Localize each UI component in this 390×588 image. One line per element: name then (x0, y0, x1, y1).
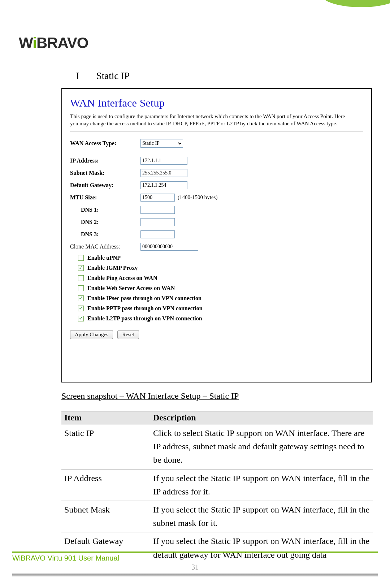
header-ornament (238, 0, 390, 11)
checkbox[interactable] (78, 275, 84, 281)
dns2-input[interactable] (140, 218, 175, 226)
description-cell: If you select the Static IP support on W… (150, 469, 373, 501)
checkbox-row: Enable uPNP (70, 253, 363, 263)
checkbox[interactable] (78, 285, 84, 291)
checkbox-row: ✓Enable IGMP Proxy (70, 263, 363, 273)
checkbox-row: ✓Enable L2TP pass through on VPN connect… (70, 314, 363, 324)
checkbox-label: Enable Ping Access on WAN (87, 275, 157, 281)
panel-description: This page is used to configure the param… (70, 113, 352, 127)
page-number: 31 (12, 563, 378, 571)
subnet-mask-input[interactable] (140, 169, 187, 177)
checkbox[interactable]: ✓ (78, 306, 84, 311)
checkbox-row: Enable Web Server Access on WAN (70, 283, 363, 293)
checkbox-label: Enable Web Server Access on WAN (87, 285, 175, 291)
subnet-mask-label: Subnet Mask: (70, 170, 140, 176)
item-cell: IP Address (61, 469, 150, 501)
checkbox-label: Enable IPsec pass through on VPN connect… (87, 295, 202, 302)
dns1-label: DNS 1: (70, 207, 140, 213)
checkbox[interactable]: ✓ (78, 295, 84, 301)
embedded-screenshot: WAN Interface Setup This page is used to… (61, 88, 372, 382)
clone-mac-input[interactable] (140, 243, 198, 251)
default-gateway-label: Default Gateway: (70, 182, 140, 189)
checkbox[interactable]: ✓ (78, 265, 84, 271)
mtu-size-input[interactable] (140, 194, 175, 202)
panel-title: WAN Interface Setup (70, 97, 363, 109)
screenshot-caption: Screen snapshot – WAN Interface Setup – … (61, 391, 372, 401)
clone-mac-label: Clone MAC Address: (70, 243, 140, 250)
divider (70, 131, 363, 131)
table-row: Static IPClick to select Static IP suppo… (61, 424, 373, 470)
table-row: Subnet MaskIf you select the Static IP s… (61, 501, 373, 532)
checkbox-label: Enable uPNP (87, 255, 121, 261)
mtu-hint: (1400-1500 bytes) (178, 194, 217, 200)
checkbox-row: ✓Enable PPTP pass through on VPN connect… (70, 303, 363, 314)
description-cell: If you select the Static IP support on W… (150, 501, 373, 532)
mtu-size-label: MTU Size: (70, 194, 140, 201)
dns1-input[interactable] (140, 206, 175, 214)
wan-access-type-select[interactable]: Static IP (140, 139, 183, 148)
item-cell: Static IP (61, 424, 150, 470)
dns3-label: DNS 3: (70, 231, 140, 238)
checkbox-row: ✓Enable IPsec pass through on VPN connec… (70, 293, 363, 303)
checkbox[interactable]: ✓ (78, 316, 84, 321)
dns2-label: DNS 2: (70, 219, 140, 225)
checkbox-label: Enable L2TP pass through on VPN connecti… (87, 315, 202, 322)
reset-button[interactable]: Reset (117, 330, 139, 339)
brand-logo: WiBRAVO (19, 34, 88, 52)
manual-title: WiBRAVO Virtu 901 User Manual (12, 554, 378, 562)
table-row: IP AddressIf you select the Static IP su… (61, 469, 373, 501)
section-roman: I (61, 70, 94, 82)
checkbox-label: Enable IGMP Proxy (87, 265, 138, 271)
wan-access-type-label: WAN Access Type: (70, 140, 140, 147)
checkbox[interactable] (78, 255, 84, 261)
default-gateway-input[interactable] (140, 181, 187, 189)
col-item: Item (61, 411, 150, 424)
description-table: Item Description Static IPClick to selec… (61, 411, 373, 564)
dns3-input[interactable] (140, 230, 175, 238)
item-cell: Subnet Mask (61, 501, 150, 532)
section-title: Static IP (96, 70, 130, 81)
description-cell: Click to select Static IP support on WAN… (150, 424, 373, 470)
apply-changes-button[interactable]: Apply Changes (70, 330, 113, 339)
page-footer: WiBRAVO Virtu 901 User Manual 31 (12, 552, 378, 576)
checkbox-row: Enable Ping Access on WAN (70, 273, 363, 283)
ip-address-input[interactable] (140, 157, 187, 165)
ip-address-label: IP Address: (70, 157, 140, 164)
col-description: Description (150, 411, 373, 424)
checkbox-label: Enable PPTP pass through on VPN connecti… (87, 305, 203, 312)
section-heading: I Static IP (61, 70, 372, 82)
